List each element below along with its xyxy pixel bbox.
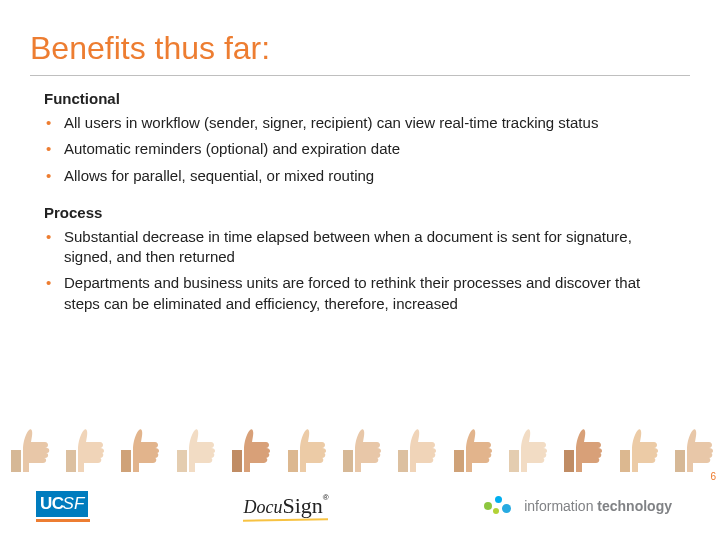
section-functional: Functional All users in workflow (sender… (44, 90, 676, 186)
svg-rect-4 (232, 450, 242, 472)
thumbs-up-icon (667, 420, 717, 472)
ucsf-logo: UCSF (36, 491, 90, 522)
slide: Benefits thus far: Functional All users … (0, 0, 720, 540)
ucsf-logo-bar (36, 519, 90, 522)
thumbs-up-icon (113, 420, 163, 472)
list-item: Automatic reminders (optional) and expir… (44, 139, 676, 159)
page-number: 6 (710, 471, 716, 482)
footer: UCSF DocuSign® information technology (0, 482, 720, 540)
thumbs-up-icon (58, 420, 108, 472)
it-logo-text: information technology (524, 498, 672, 514)
bullet-list: Substantial decrease in time elapsed bet… (44, 227, 676, 314)
svg-rect-10 (564, 450, 574, 472)
slide-title: Benefits thus far: (0, 0, 720, 75)
thumbs-up-icon (169, 420, 219, 472)
svg-rect-2 (121, 450, 131, 472)
thumbs-up-icon (612, 420, 662, 472)
list-item: Substantial decrease in time elapsed bet… (44, 227, 676, 268)
svg-rect-9 (509, 450, 519, 472)
thumbs-up-icon (556, 420, 606, 472)
section-process: Process Substantial decrease in time ela… (44, 204, 676, 314)
section-heading: Process (44, 204, 676, 221)
bullet-list: All users in workflow (sender, signer, r… (44, 113, 676, 186)
it-word-2: technology (597, 498, 672, 514)
svg-rect-7 (398, 450, 408, 472)
svg-rect-0 (11, 450, 21, 472)
thumbs-up-icon (280, 420, 330, 472)
svg-rect-11 (620, 450, 630, 472)
docusign-logo-underline (243, 518, 328, 521)
slide-content: Functional All users in workflow (sender… (0, 90, 720, 314)
svg-rect-12 (675, 450, 685, 472)
thumbs-up-icon (3, 420, 53, 472)
it-logo-icon (482, 494, 516, 518)
thumbs-up-icon (224, 420, 274, 472)
title-divider (30, 75, 690, 76)
thumbs-up-icon (501, 420, 551, 472)
thumbs-up-strip (0, 420, 720, 472)
ucsf-logo-box: UCSF (36, 491, 88, 517)
docusign-logo-reg: ® (323, 493, 329, 502)
svg-rect-3 (177, 450, 187, 472)
thumbs-up-icon (390, 420, 440, 472)
section-heading: Functional (44, 90, 676, 107)
it-logo: information technology (482, 494, 672, 518)
svg-rect-1 (66, 450, 76, 472)
docusign-logo-docu: Docu (243, 497, 282, 517)
ucsf-logo-text-sf: SF (63, 494, 85, 514)
it-word-1: information (524, 498, 593, 514)
list-item: Allows for parallel, sequential, or mixe… (44, 166, 676, 186)
list-item: All users in workflow (sender, signer, r… (44, 113, 676, 133)
ucsf-logo-text: UC (40, 494, 64, 514)
svg-rect-6 (343, 450, 353, 472)
svg-rect-8 (454, 450, 464, 472)
docusign-logo-sign: Sign (282, 493, 322, 518)
list-item: Departments and business units are force… (44, 273, 676, 314)
docusign-logo: DocuSign® (243, 493, 328, 519)
svg-rect-5 (288, 450, 298, 472)
thumbs-up-icon (335, 420, 385, 472)
thumbs-up-icon (446, 420, 496, 472)
